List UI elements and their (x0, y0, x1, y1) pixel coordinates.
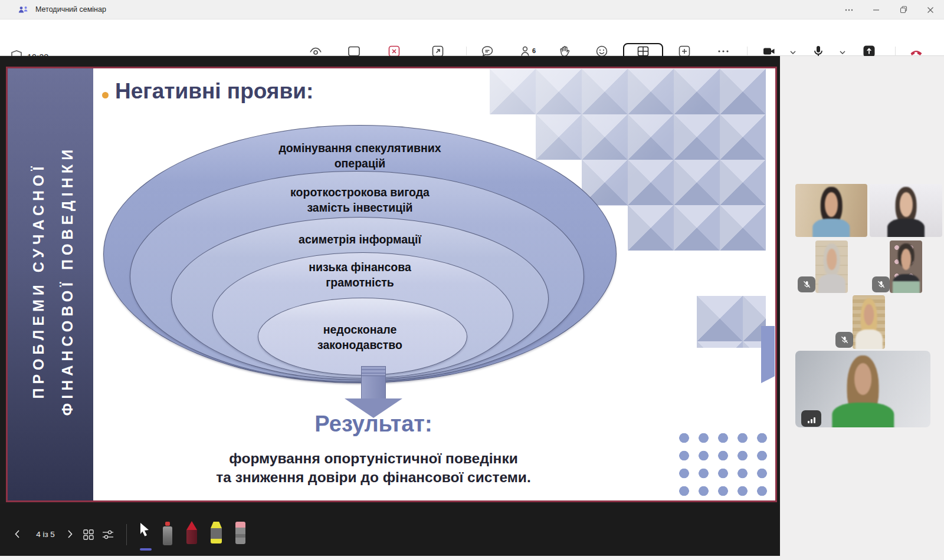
signal-bar (811, 419, 812, 423)
laser-tip (165, 522, 170, 526)
slide-sidebar: ПРОБЛЕМИ СУЧАСНОЇ ФІНАНСОВОЇ ПОВЕДІНКИ (8, 68, 93, 500)
result-heading: Результат: (196, 411, 550, 437)
participant-video-2[interactable] (870, 184, 942, 237)
eraser-tool-button[interactable] (235, 522, 245, 544)
participant-avatar (870, 184, 942, 237)
chevron-right-icon (67, 529, 73, 539)
slide-grid-view-button[interactable] (83, 529, 94, 541)
teams-meeting-window: Методичний семінар 19:28 Пр. пер (0, 0, 944, 560)
signal-bar (808, 421, 809, 423)
window-title: Методичний семінар (35, 0, 106, 19)
funnel-label-5: недосконале законодавство (298, 322, 422, 353)
previous-slide-button[interactable] (12, 529, 22, 539)
mic-off-icon (802, 280, 811, 289)
presentation-slide: ПРОБЛЕМИ СУЧАСНОЇ ФІНАНСОВОЇ ПОВЕДІНКИ Н… (6, 67, 777, 502)
highlighter-body (211, 528, 222, 543)
window-titlebar: Методичний семінар (0, 0, 944, 19)
window-controls (835, 0, 944, 19)
bottom-bar-divider (126, 524, 127, 545)
window-more-button[interactable] (835, 0, 863, 19)
participant-video-5[interactable] (853, 295, 885, 349)
participant-video-3[interactable] (815, 241, 848, 293)
down-arrow-shaft (361, 376, 386, 398)
participant-count-badge: 6 (532, 47, 536, 54)
signal-bar (814, 417, 815, 423)
laser-pointer-tool-button[interactable] (163, 522, 172, 545)
minimize-button[interactable] (863, 0, 890, 19)
highlighter-tip (211, 522, 222, 528)
arrow-connector-stack (361, 366, 386, 376)
dot-grid-decoration (674, 429, 772, 499)
participants-panel (780, 56, 944, 560)
chevron-left-icon (14, 529, 20, 539)
restore-icon (900, 6, 907, 14)
participant-avatar (815, 241, 848, 293)
more-dots-icon (845, 6, 853, 14)
sidebar-vertical-text-2: ФІНАНСОВОЇ ПОВЕДІНКИ (57, 92, 77, 469)
slide-canvas: ПРОБЛЕМИ СУЧАСНОЇ ФІНАНСОВОЇ ПОВЕДІНКИ Н… (8, 68, 775, 500)
nested-ellipse-diagram: домінування спекулятивних операцій корот… (102, 124, 618, 446)
meeting-toolbar: 19:28 Пр. перегляд Макет Закрити дос... … (0, 19, 944, 56)
result-text-line-1: формування опортуністичної поведінки (137, 450, 609, 467)
shared-content-stage: ПРОБЛЕМИ СУЧАСНОЇ ФІНАНСОВОЇ ПОВЕДІНКИ Н… (0, 56, 780, 556)
participant-avatar (853, 295, 885, 349)
funnel-label-4: низька фінансова грамотність (292, 260, 428, 290)
sliders-icon (102, 529, 114, 540)
bottom-strip (0, 556, 780, 560)
close-window-button[interactable] (917, 0, 944, 19)
next-slide-button[interactable] (65, 529, 76, 539)
result-text-line-2: та зниження довіри до фінансової системи… (137, 469, 609, 486)
triangle-pattern-block (697, 296, 766, 348)
minimize-icon (873, 6, 880, 14)
microphone-chevron-down-icon[interactable] (839, 50, 846, 55)
sidebar-vertical-text-1: ПРОБЛЕМИ СУЧАСНОЇ (28, 92, 48, 469)
title-bullet (102, 92, 109, 98)
muted-badge (798, 276, 815, 292)
pen-body (186, 530, 197, 544)
participant-avatar (795, 184, 867, 237)
slide-page-indicator: 4 із 5 (28, 530, 63, 539)
grid-icon (83, 529, 94, 540)
presenter-settings-button[interactable] (101, 529, 114, 541)
presenter-bottom-bar: 4 із 5 (0, 504, 780, 556)
muted-badge (835, 332, 853, 348)
laser-body (163, 526, 172, 545)
pen-tool-button[interactable] (186, 521, 197, 544)
close-icon (927, 6, 934, 14)
cursor-tool-button[interactable] (138, 522, 152, 542)
audio-signal-badge (801, 410, 821, 427)
cursor-icon (138, 522, 152, 542)
camera-chevron-down-icon[interactable] (789, 50, 796, 55)
funnel-label-2: короткострокова вигода замість інвестиці… (277, 185, 442, 215)
muted-badge (872, 276, 890, 292)
slide-title: Негативні прояви: (115, 79, 313, 104)
participant-video-1[interactable] (795, 184, 867, 237)
restore-button[interactable] (890, 0, 917, 19)
funnel-label-3: асиметрія інформації (236, 232, 484, 248)
teams-app-icon (18, 5, 28, 15)
mic-off-icon (877, 280, 886, 289)
funnel-label-1: домінування спекулятивних операцій (260, 141, 460, 171)
highlighter-tool-button[interactable] (211, 522, 222, 543)
mic-off-icon (840, 335, 849, 344)
participant-avatar (890, 241, 922, 293)
pen-tip (186, 521, 197, 530)
eraser-body (235, 522, 245, 544)
participant-video-4[interactable] (890, 241, 922, 293)
ribbon-decoration (761, 326, 775, 383)
selected-tool-indicator (140, 548, 152, 551)
